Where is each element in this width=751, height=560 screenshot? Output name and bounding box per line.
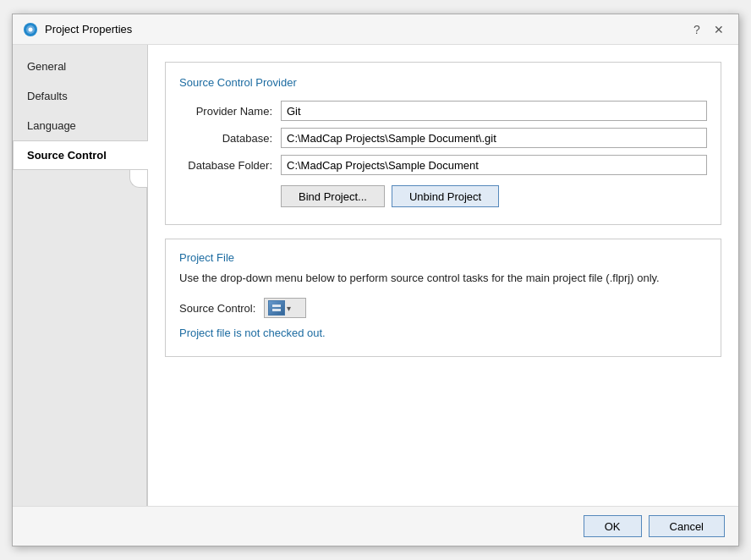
database-folder-label: Database Folder: xyxy=(179,159,281,172)
sidebar-item-source-control[interactable]: Source Control xyxy=(13,140,147,170)
dialog-body: General Defaults Language Source Control… xyxy=(13,45,738,506)
title-bar-actions: ? ✕ xyxy=(688,20,728,39)
close-button[interactable]: ✕ xyxy=(710,20,728,39)
bind-buttons-row: Bind Project... Unbind Project xyxy=(179,185,707,207)
sidebar-item-defaults[interactable]: Defaults xyxy=(13,81,147,111)
app-logo xyxy=(23,22,38,37)
source-control-dropdown-button[interactable]: ▾ xyxy=(264,298,306,318)
sidebar-curve xyxy=(13,170,147,506)
cancel-button[interactable]: Cancel xyxy=(649,515,725,537)
database-row: Database: xyxy=(179,128,707,148)
provider-section-title: Source Control Provider xyxy=(179,76,707,89)
provider-name-input[interactable] xyxy=(281,101,707,121)
ok-button[interactable]: OK xyxy=(584,515,642,537)
source-control-provider-section: Source Control Provider Provider Name: D… xyxy=(165,62,721,225)
dropdown-arrow-icon: ▾ xyxy=(287,304,291,313)
title-bar: Project Properties ? ✕ xyxy=(13,14,738,45)
dialog-title: Project Properties xyxy=(45,23,681,36)
project-file-section: Project File Use the drop-down menu belo… xyxy=(165,239,721,357)
sidebar: General Defaults Language Source Control xyxy=(13,45,148,506)
not-checked-out-status: Project file is not checked out. xyxy=(179,327,707,339)
unbind-project-button[interactable]: Unbind Project xyxy=(392,185,499,207)
provider-name-label: Provider Name: xyxy=(179,105,281,118)
source-control-row: Source Control: ▾ xyxy=(179,298,707,318)
project-file-description: Use the drop-down menu below to perform … xyxy=(179,271,707,286)
svg-rect-4 xyxy=(272,309,281,311)
svg-rect-3 xyxy=(272,305,281,307)
database-label: Database: xyxy=(179,132,281,145)
database-folder-row: Database Folder: xyxy=(179,155,707,175)
source-control-label: Source Control: xyxy=(179,302,264,315)
project-properties-dialog: Project Properties ? ✕ General Defaults … xyxy=(12,14,739,546)
source-control-icon xyxy=(268,300,285,316)
sidebar-item-general[interactable]: General xyxy=(13,52,147,81)
svg-point-2 xyxy=(29,27,33,31)
bind-project-button[interactable]: Bind Project... xyxy=(281,185,385,207)
project-file-title: Project File xyxy=(179,251,707,264)
database-folder-input[interactable] xyxy=(281,155,707,175)
help-button[interactable]: ? xyxy=(688,20,706,39)
dialog-footer: OK Cancel xyxy=(13,506,738,546)
provider-name-row: Provider Name: xyxy=(179,101,707,121)
database-input[interactable] xyxy=(281,128,707,148)
sidebar-item-language[interactable]: Language xyxy=(13,111,147,140)
main-content: Source Control Provider Provider Name: D… xyxy=(148,45,738,506)
